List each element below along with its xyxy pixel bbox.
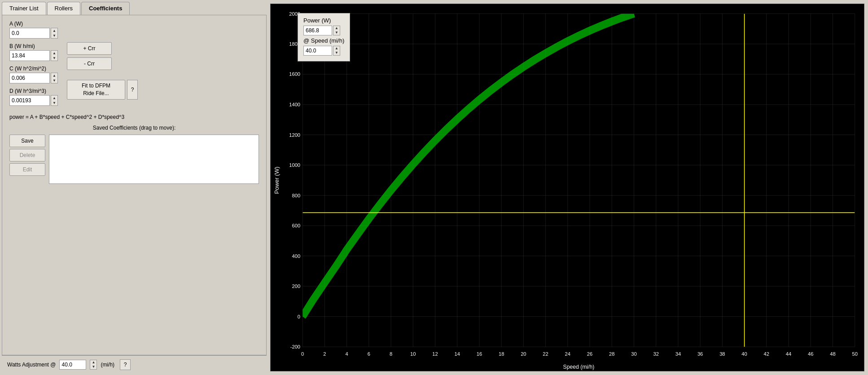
power-value-input[interactable] xyxy=(303,26,332,35)
a-spinner-up[interactable]: ▲ xyxy=(51,28,57,33)
svg-text:38: 38 xyxy=(719,351,725,356)
svg-rect-0 xyxy=(271,4,864,371)
a-group: A (W) ▲ ▼ xyxy=(9,21,58,39)
fit-dfpm-button[interactable]: Fit to DFPMRide File... xyxy=(67,80,125,100)
svg-text:400: 400 xyxy=(292,253,300,259)
left-panel: Trainer List Rollers Coefficients A (W) xyxy=(2,2,267,373)
watts-spinner-down[interactable]: ▼ xyxy=(90,365,96,369)
svg-text:1600: 1600 xyxy=(289,71,300,77)
svg-text:800: 800 xyxy=(292,192,300,198)
svg-text:44: 44 xyxy=(786,351,792,356)
svg-text:1000: 1000 xyxy=(289,162,300,167)
right-panel: Power (W) ▲ ▼ @ Speed (mi/h) ▲ ▼ xyxy=(268,2,866,373)
power-info-box: Power (W) ▲ ▼ @ Speed (mi/h) ▲ ▼ xyxy=(298,13,350,61)
svg-text:200: 200 xyxy=(292,283,300,289)
svg-text:0: 0 xyxy=(301,351,304,356)
d-input[interactable] xyxy=(9,95,50,106)
speed-value-row: ▲ ▼ xyxy=(303,46,344,56)
svg-text:2: 2 xyxy=(323,351,326,356)
power-box-label: Power (W) xyxy=(303,17,344,24)
svg-text:12: 12 xyxy=(432,351,438,356)
bottom-question-button[interactable]: ? xyxy=(120,359,131,370)
c-group: C (W h^2/mi^2) ▲ ▼ xyxy=(9,65,58,83)
power-spinner[interactable]: ▲ ▼ xyxy=(333,26,340,35)
chart-svg: 2000 1800 1600 1400 1200 1000 800 600 40… xyxy=(271,4,864,371)
d-spinner-up[interactable]: ▲ xyxy=(51,96,57,100)
svg-text:50: 50 xyxy=(852,351,857,356)
formula-text: power = A + B*speed + C*speed^2 + D*spee… xyxy=(9,114,259,120)
tabs-row: Trainer List Rollers Coefficients xyxy=(2,2,267,15)
a-spinner-down[interactable]: ▼ xyxy=(51,33,57,38)
svg-text:600: 600 xyxy=(292,223,300,228)
crr-minus-button[interactable]: - Crr xyxy=(67,57,112,70)
edit-button[interactable]: Edit xyxy=(9,163,45,176)
c-input[interactable] xyxy=(9,73,50,83)
speed-value-input[interactable] xyxy=(303,46,332,56)
svg-text:24: 24 xyxy=(565,351,571,356)
d-label: D (W h^3/mi^3) xyxy=(9,88,58,94)
watts-spinner-up[interactable]: ▲ xyxy=(90,360,96,365)
b-label: B (W h/mi) xyxy=(9,43,58,49)
power-value-row: ▲ ▼ xyxy=(303,26,344,35)
svg-text:0: 0 xyxy=(298,314,300,319)
svg-text:1200: 1200 xyxy=(289,132,300,138)
svg-text:6: 6 xyxy=(368,351,370,356)
b-input[interactable] xyxy=(9,50,50,61)
delete-button[interactable]: Delete xyxy=(9,149,45,161)
tab-rollers[interactable]: Rollers xyxy=(47,2,80,15)
svg-text:1400: 1400 xyxy=(289,102,300,107)
svg-text:34: 34 xyxy=(675,351,681,356)
right-buttons-col: + Crr - Crr Fit to DFPMRide File... ? xyxy=(67,42,138,108)
c-spinner-up[interactable]: ▲ xyxy=(51,73,57,78)
watts-spinner[interactable]: ▲ ▼ xyxy=(90,360,97,370)
a-spinner[interactable]: ▲ ▼ xyxy=(51,28,58,39)
c-spinner-down[interactable]: ▼ xyxy=(51,78,57,83)
speed-box-label: @ Speed (mi/h) xyxy=(303,37,344,44)
b-group: B (W h/mi) ▲ ▼ xyxy=(9,43,58,61)
saved-list[interactable] xyxy=(49,135,259,184)
svg-text:42: 42 xyxy=(764,351,769,356)
speed-spinner[interactable]: ▲ ▼ xyxy=(333,46,340,56)
tab-coefficients[interactable]: Coefficients xyxy=(81,2,130,15)
b-spinner[interactable]: ▲ ▼ xyxy=(51,50,58,61)
save-button[interactable]: Save xyxy=(9,135,45,147)
c-spinner[interactable]: ▲ ▼ xyxy=(51,73,58,83)
saved-label: Saved Coefficients (drag to move): xyxy=(9,125,259,131)
b-spinner-up[interactable]: ▲ xyxy=(51,51,57,56)
svg-text:28: 28 xyxy=(609,351,614,356)
d-spinner-down[interactable]: ▼ xyxy=(51,100,57,105)
speed-spinner-down[interactable]: ▼ xyxy=(333,51,340,55)
svg-text:18: 18 xyxy=(499,351,504,356)
speed-spinner-up[interactable]: ▲ xyxy=(333,46,340,51)
svg-text:36: 36 xyxy=(697,351,703,356)
d-input-row: ▲ ▼ xyxy=(9,95,58,106)
svg-text:26: 26 xyxy=(587,351,592,356)
tab-trainer-list[interactable]: Trainer List xyxy=(2,2,46,15)
svg-text:-200: -200 xyxy=(290,344,300,349)
power-spinner-down[interactable]: ▼ xyxy=(333,31,340,35)
crr-plus-button[interactable]: + Crr xyxy=(67,42,112,55)
d-spinner[interactable]: ▲ ▼ xyxy=(51,95,58,106)
c-label: C (W h^2/mi^2) xyxy=(9,65,58,72)
svg-text:22: 22 xyxy=(543,351,548,356)
chart-container: Power (W) ▲ ▼ @ Speed (mi/h) ▲ ▼ xyxy=(270,4,864,371)
svg-text:40: 40 xyxy=(741,351,747,356)
watts-value-input[interactable] xyxy=(59,360,86,370)
fit-question-button[interactable]: ? xyxy=(127,80,138,100)
svg-text:20: 20 xyxy=(521,351,526,356)
b-spinner-down[interactable]: ▼ xyxy=(51,56,57,61)
d-group: D (W h^3/mi^3) ▲ ▼ xyxy=(9,88,58,106)
svg-text:16: 16 xyxy=(477,351,482,356)
power-spinner-up[interactable]: ▲ xyxy=(333,26,340,31)
svg-text:14: 14 xyxy=(455,351,460,356)
saved-section: Saved Coefficients (drag to move): Save … xyxy=(9,125,259,184)
saved-buttons: Save Delete Edit xyxy=(9,135,45,184)
a-label: A (W) xyxy=(9,21,58,27)
y-axis-title: Power (W) xyxy=(274,166,281,194)
speed-unit-label: (mi/h) xyxy=(101,362,114,368)
svg-text:10: 10 xyxy=(410,351,416,356)
svg-text:30: 30 xyxy=(631,351,636,356)
a-input[interactable] xyxy=(9,28,50,39)
svg-text:48: 48 xyxy=(830,351,835,356)
c-input-row: ▲ ▼ xyxy=(9,73,58,83)
